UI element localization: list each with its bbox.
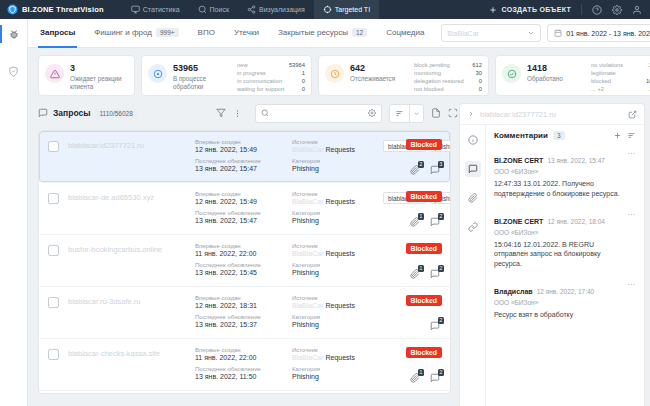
detail-value: 0 (302, 86, 305, 94)
comment-menu-icon[interactable] (627, 149, 636, 158)
updated-label: Последнее обновление (195, 158, 283, 164)
stat-label: Ожидает реакции клиента (70, 75, 128, 91)
request-row[interactable]: busfor-bookingcarbus.online Впервые созд… (39, 235, 450, 287)
request-row[interactable]: blablacar-checks-kassa.site Впервые созд… (39, 339, 450, 391)
create-object-button[interactable]: СОЗДАТЬ ОБЪЕКТ (489, 6, 571, 14)
attachment-icon[interactable]: 2 (410, 165, 420, 175)
sidebar-item-protected-assets[interactable] (0, 66, 28, 77)
attachments-tab-icon[interactable] (465, 190, 481, 206)
comment-item: BI.ZONE CERT13 янв. 2022, 15:47 ООО «БИЗ… (494, 149, 636, 199)
search-field[interactable] (255, 104, 382, 123)
tab-closed-resources[interactable]: Закрытые ресурсы12 (276, 19, 369, 48)
row-checkbox[interactable] (48, 297, 59, 308)
source-client: BlaBlaCar (292, 250, 324, 257)
monitor-icon (131, 5, 140, 14)
row-checkbox[interactable] (48, 193, 59, 204)
chevron-down-icon[interactable] (409, 105, 423, 122)
request-domain: blablacar-de.ad65530.xyz (68, 191, 186, 229)
detail-title: blablacar.id2377721.ru (480, 110, 623, 119)
tab-requests[interactable]: Запросы (38, 19, 77, 48)
stat-card-processed[interactable]: 1418 Обработано no violations225 legitim… (495, 55, 650, 96)
tab-malware[interactable]: ВПО (196, 19, 217, 48)
sort-comments-icon[interactable] (627, 131, 636, 140)
tab-social-label: Соцмедиа (386, 28, 424, 37)
attachment-icon[interactable]: 1 (410, 269, 420, 279)
stat-card-processing[interactable]: 53965 В процессе обработки new53964 in p… (141, 55, 312, 96)
sidebar-item-brand-protection[interactable] (0, 28, 28, 40)
gear-icon[interactable] (612, 5, 622, 15)
links-tab-icon[interactable] (465, 219, 481, 235)
date-range-picker[interactable]: 01 янв. 2022 - 13 янв. 2022, 23:59 (547, 24, 650, 42)
bizone-logo-icon (7, 4, 18, 15)
comment-menu-icon[interactable] (627, 280, 636, 289)
updated-label: Последнее обновление (195, 210, 283, 216)
tab-phishing-fraud[interactable]: Фишинг и фрод999+ (92, 19, 180, 48)
list-sort-button[interactable] (389, 104, 424, 123)
comments-icon[interactable]: 2 (430, 321, 440, 331)
row-icons: 2 3 (410, 165, 440, 175)
comments-icon[interactable]: 2 (430, 269, 440, 279)
stat-value: 1418 (527, 63, 585, 73)
updated-value: 13 янв. 2022, 15:47 (195, 217, 283, 224)
search-settings-icon[interactable] (368, 109, 376, 117)
nav-search[interactable]: Поиск (189, 0, 238, 19)
shield-check-icon (8, 66, 19, 77)
help-icon[interactable] (592, 5, 602, 15)
kebab-menu-icon[interactable] (233, 109, 242, 118)
attachment-count: 1 (418, 369, 424, 376)
search-input[interactable] (273, 110, 364, 117)
row-checkbox[interactable] (48, 245, 59, 256)
comment-text: Ресурс взят в обработку (494, 310, 624, 320)
detail-key: blocked (591, 78, 611, 86)
request-row[interactable]: blablacar.id2377721.ru Впервые создан 12… (39, 131, 450, 183)
filter-funnel-icon[interactable] (216, 108, 226, 118)
nav-targeted-ti[interactable]: Targeted TI (314, 0, 379, 19)
stat-value: 53965 (173, 63, 231, 73)
row-checkbox[interactable] (48, 349, 59, 360)
comments-icon[interactable]: 2 (430, 373, 440, 383)
nav-statistics-label: Статистика (143, 6, 180, 13)
open-external-icon[interactable] (628, 110, 637, 119)
info-icon[interactable] (465, 132, 481, 148)
tab-social-media[interactable]: Соцмедиа (384, 19, 426, 48)
category-value: Phishing (292, 373, 374, 380)
tab-leaks[interactable]: Утечки (232, 19, 261, 48)
stat-card-awaiting[interactable]: 3 Ожидает реакции клиента (38, 55, 135, 96)
detail-key: legitimate (591, 70, 616, 78)
client-filter-select[interactable]: BlaBlaCar (441, 24, 541, 42)
nav-statistics[interactable]: Статистика (122, 0, 189, 19)
updated-label: Последнее обновление (195, 314, 283, 320)
source-label: Источник (292, 295, 374, 301)
list-title-group: Запросы 1110/56028 (38, 108, 137, 118)
comment-menu-icon[interactable] (627, 210, 636, 219)
attachment-icon[interactable]: 1 (410, 373, 420, 383)
stat-details: new53964 in progress1 in communication0 … (237, 61, 305, 94)
source-label: Источник (292, 139, 374, 145)
expand-icon[interactable] (448, 108, 458, 118)
export-document-icon[interactable] (431, 108, 441, 118)
status-badge: Blocked (406, 243, 442, 254)
add-comment-icon[interactable] (613, 131, 622, 140)
attachment-icon[interactable]: 1 (410, 217, 420, 227)
detail-value: 0 (479, 86, 482, 94)
category-label: Категория (292, 314, 374, 320)
row-checkbox[interactable] (48, 141, 59, 152)
stat-value: 642 (350, 63, 408, 73)
user-account-icon[interactable] (632, 5, 642, 15)
comments-icon[interactable]: 2 (430, 217, 440, 227)
comments-tab-icon[interactable] (465, 161, 481, 177)
created-value: 12 янв. 2022, 15:49 (195, 198, 283, 205)
comments-icon[interactable]: 3 (430, 165, 440, 175)
request-row[interactable]: blablacar-de.ad65530.xyz Впервые создан … (39, 183, 450, 235)
request-row[interactable]: blablacar.ru-3dsafe.ru Впервые создан 12… (39, 287, 450, 339)
brand-logo[interactable]: BI.ZONE ThreatVision (7, 4, 104, 15)
search-icon (261, 109, 269, 117)
stat-label: Обработано (527, 75, 585, 83)
stat-card-monitoring[interactable]: 642 Отслеживается block pending612 monit… (318, 55, 489, 96)
comment-date: 13 янв. 2022, 15:47 (547, 157, 605, 164)
nav-visualization[interactable]: Визуализация (238, 0, 314, 19)
plus-icon (489, 6, 497, 14)
collapse-chevron-icon[interactable] (467, 110, 475, 118)
tracking-circle-icon (325, 64, 344, 83)
updated-label: Последнее обновление (195, 262, 283, 268)
